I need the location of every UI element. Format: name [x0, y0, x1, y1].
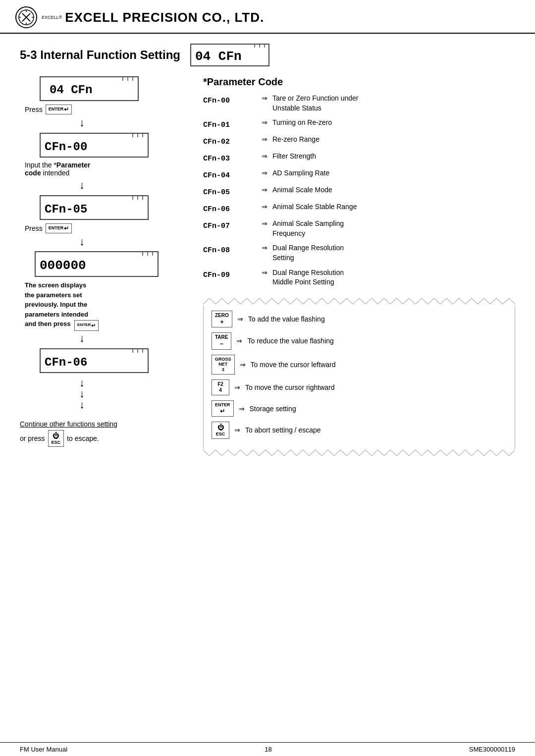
f2-arrow: ⇒	[234, 383, 240, 391]
param-code-display-6: CFn-06	[203, 202, 257, 214]
company-name: EXCELL PRECISION CO., LTD.	[65, 10, 264, 25]
svg-text:CFn-00: CFn-00	[203, 97, 230, 105]
screen-note-4: parameters intended	[25, 311, 88, 318]
gross-key-label: GROSS	[215, 357, 231, 362]
arrow-down-4: ↓	[79, 331, 188, 346]
esc-power-icon: ⏻	[215, 424, 226, 432]
param-code-display-2: CFn-02	[203, 135, 257, 147]
param-item-1: CFn-01 ⇒ Turning on Re-zero	[203, 118, 515, 130]
display-cfn-05: CFn-05	[40, 195, 149, 220]
enter-arrow-1: ↵	[64, 106, 69, 113]
key-actions-inner: ZERO + ⇒ To add the value flashing TARE …	[203, 306, 515, 449]
footer-right: SME300000119	[469, 746, 515, 753]
key-item-gross: GROSS NET 3 ⇒ To move the cursor leftwar…	[212, 355, 507, 375]
gross-key[interactable]: GROSS NET 3	[212, 355, 235, 375]
enter-key-label-3: ENTER	[77, 323, 91, 327]
footer-center: 18	[265, 746, 271, 753]
enter-key-4[interactable]: ENTER ↵	[212, 400, 234, 417]
gross-desc: To move the cursor leftward	[251, 361, 336, 369]
arrow-down-5: ↓↓↓	[79, 378, 188, 410]
param-item-7: CFn-07 ⇒ Animal Scale SamplingFrequency	[203, 219, 515, 238]
param-code-display-7: CFn-07	[203, 219, 257, 231]
key-item-enter: ENTER ↵ ⇒ Storage setting	[212, 400, 507, 417]
continue-line1: Continue other functions setting	[20, 420, 188, 428]
enter-arrow-2: ↵	[64, 225, 69, 232]
left-column: 04 CFn Press ENTER ↵ ↓	[20, 76, 188, 457]
param-desc-1: Turning on Re-zero	[272, 118, 332, 128]
esc-label: ESC	[52, 440, 61, 445]
gross-key-net: NET	[215, 362, 231, 367]
param-desc-2: Re-zero Range	[272, 135, 320, 145]
arrow-2: ⇒	[262, 135, 268, 143]
enter-key-label-2: ENTER	[49, 226, 64, 231]
esc-key[interactable]: ⏻ ESC	[48, 430, 64, 447]
param-item-9: CFn-09 ⇒ Dual Range ResolutionMiddle Poi…	[203, 268, 515, 287]
arrow-7: ⇒	[262, 219, 268, 227]
arrow-down-3: ↓	[79, 234, 188, 250]
logo-area: EXCELL®	[15, 6, 62, 29]
svg-text:04  CFn: 04 CFn	[50, 83, 92, 97]
svg-text:CFn-00: CFn-00	[45, 140, 87, 154]
f2-key-4: 4	[215, 387, 226, 393]
zero-arrow: ⇒	[237, 315, 243, 323]
param-desc-3: Filter Strength	[272, 152, 316, 162]
page-footer: FM User Manual 18 SME300000119	[0, 742, 535, 756]
display-cfn-06: CFn-06	[40, 348, 149, 373]
param-desc-5: Animal Scale Mode	[272, 185, 332, 195]
main-layout: 04 CFn Press ENTER ↵ ↓	[20, 76, 515, 457]
excell-logo-icon	[15, 6, 38, 29]
press-text-2: Press	[25, 224, 43, 232]
arrow-1: ⇒	[262, 118, 268, 126]
tare-key-minus: −	[220, 340, 223, 347]
svg-text:04  CFn: 04 CFn	[195, 49, 242, 64]
zigzag-bottom	[203, 450, 515, 456]
f2-desc: To move the cursor rightward	[245, 383, 335, 391]
param-code-title: *Parameter Code	[203, 76, 515, 88]
svg-text:000000: 000000	[40, 258, 86, 273]
tare-desc: To reduce the value flashing	[247, 337, 333, 345]
key-item-esc: ⏻ ESC ⇒ To abort setting / escape	[212, 422, 507, 438]
param-desc-4: AD Sampling Rate	[272, 168, 329, 178]
continue-section: Continue other functions setting or pres…	[20, 420, 188, 447]
param-desc-6: Animal Scale Stable Range	[272, 202, 357, 212]
arrow-0: ⇒	[262, 94, 268, 102]
esc-key-action[interactable]: ⏻ ESC	[212, 422, 229, 438]
param-code-display-1: CFn-01	[203, 118, 257, 130]
enter-key-3[interactable]: ENTER ↵	[74, 320, 99, 331]
enter-key-1[interactable]: ENTER ↵	[46, 105, 72, 114]
power-icon: ⏻	[53, 432, 59, 439]
press-text-1: Press	[25, 106, 43, 113]
continue-line3: to escape.	[67, 434, 99, 442]
param-item-6: CFn-06 ⇒ Animal Scale Stable Range	[203, 202, 515, 214]
svg-text:CFn-03: CFn-03	[203, 155, 230, 163]
screen-note-5: and then press	[25, 320, 70, 327]
param-item-0: CFn-00 ⇒ Tare or Zero Function underUnst…	[203, 94, 515, 113]
svg-text:CFn-08: CFn-08	[203, 246, 230, 255]
screen-note: The screen displays the parameters set p…	[25, 280, 188, 331]
arrow-6: ⇒	[262, 203, 268, 211]
arrow-5: ⇒	[262, 186, 268, 194]
zero-key-label: ZERO	[215, 313, 229, 319]
section-heading: 5-3 Internal Function Setting	[20, 48, 180, 62]
zero-key-plus: +	[220, 319, 223, 325]
param-desc-9: Dual Range ResolutionMiddle Point Settin…	[272, 268, 344, 287]
enter-key-2[interactable]: ENTER ↵	[46, 223, 72, 233]
param-item-2: CFn-02 ⇒ Re-zero Range	[203, 135, 515, 147]
param-code-display-8: CFn-08	[203, 243, 257, 255]
f2-key[interactable]: F2 4	[212, 379, 229, 395]
arrow-down-1: ↓	[79, 115, 188, 131]
excell-trademark: EXCELL®	[42, 15, 62, 20]
param-code-display-5: CFn-05	[203, 185, 257, 197]
zigzag-top	[203, 298, 515, 304]
param-item-3: CFn-03 ⇒ Filter Strength	[203, 152, 515, 163]
enter-key-4-arrow: ↵	[215, 408, 230, 415]
param-item-5: CFn-05 ⇒ Animal Scale Mode	[203, 185, 515, 197]
display-000000: 000000	[35, 251, 159, 277]
tare-key[interactable]: TARE −	[212, 332, 231, 349]
enter-key-action-label: ENTER	[215, 402, 230, 408]
param-desc-7: Animal Scale SamplingFrequency	[272, 219, 344, 238]
tare-arrow: ⇒	[236, 337, 242, 345]
zero-key[interactable]: ZERO +	[212, 311, 232, 327]
svg-text:CFn-06: CFn-06	[45, 356, 87, 369]
f2-key-label: F2	[215, 381, 226, 387]
